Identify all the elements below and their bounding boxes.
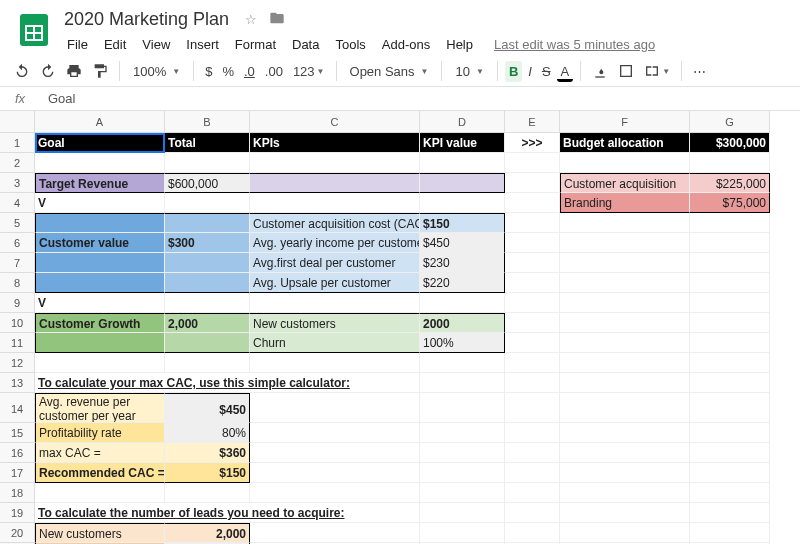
cell[interactable]: Budget allocation: [560, 133, 690, 153]
cell[interactable]: New customers: [250, 313, 420, 333]
currency-button[interactable]: $: [201, 61, 216, 82]
cell[interactable]: [35, 483, 165, 503]
row-header[interactable]: 13: [0, 373, 35, 393]
cell[interactable]: 2,000: [165, 523, 250, 543]
select-all-corner[interactable]: [0, 111, 35, 133]
text-color-button[interactable]: A: [557, 61, 574, 82]
row-header[interactable]: 8: [0, 273, 35, 293]
undo-icon[interactable]: [10, 60, 34, 82]
cell[interactable]: [505, 293, 560, 313]
cell[interactable]: $600,000: [165, 173, 250, 193]
redo-icon[interactable]: [36, 60, 60, 82]
cell[interactable]: [420, 373, 505, 393]
cell[interactable]: Avg.first deal per customer: [250, 253, 420, 273]
cell[interactable]: 2,000: [165, 313, 250, 333]
col-header-c[interactable]: C: [250, 111, 420, 133]
last-edit-link[interactable]: Last edit was 5 minutes ago: [494, 37, 655, 52]
menu-addons[interactable]: Add-ons: [375, 33, 437, 56]
cell[interactable]: [560, 423, 690, 443]
cell[interactable]: [505, 353, 560, 373]
cell[interactable]: Avg. revenue per customer per year: [35, 393, 165, 423]
row-header[interactable]: 18: [0, 483, 35, 503]
more-icon[interactable]: ⋯: [689, 61, 710, 82]
cell[interactable]: [560, 273, 690, 293]
cell[interactable]: $300,000: [690, 133, 770, 153]
decimal-inc-button[interactable]: .00: [261, 61, 287, 82]
row-header[interactable]: 16: [0, 443, 35, 463]
cell[interactable]: Customer Growth: [35, 313, 165, 333]
cell[interactable]: [690, 353, 770, 373]
cell[interactable]: [250, 483, 420, 503]
star-icon[interactable]: ☆: [245, 12, 257, 27]
font-size-select[interactable]: 10▼: [449, 62, 489, 81]
cell[interactable]: [420, 293, 505, 313]
cell[interactable]: KPI value: [420, 133, 505, 153]
cell[interactable]: Customer value: [35, 233, 165, 253]
cell[interactable]: [560, 503, 690, 523]
cell[interactable]: [165, 293, 250, 313]
cell[interactable]: Customer acquisition: [560, 173, 690, 193]
formula-value[interactable]: Goal: [40, 89, 83, 108]
cell[interactable]: $300: [165, 233, 250, 253]
cell[interactable]: $360: [165, 443, 250, 463]
merge-icon[interactable]: ▼: [640, 60, 674, 82]
cell[interactable]: Avg. Upsale per customer: [250, 273, 420, 293]
cell[interactable]: [505, 463, 560, 483]
cell[interactable]: [560, 463, 690, 483]
cell[interactable]: [250, 393, 420, 423]
menu-data[interactable]: Data: [285, 33, 326, 56]
bold-button[interactable]: B: [505, 61, 522, 82]
row-header[interactable]: 14: [0, 393, 35, 423]
cell[interactable]: V: [35, 293, 165, 313]
cell[interactable]: [505, 193, 560, 213]
cell[interactable]: [690, 523, 770, 543]
cell[interactable]: Total: [165, 133, 250, 153]
cell[interactable]: $75,000: [690, 193, 770, 213]
cell[interactable]: [250, 293, 420, 313]
cell[interactable]: Profitability rate: [35, 423, 165, 443]
cell[interactable]: [505, 423, 560, 443]
cell[interactable]: To calculate the number of leads you nee…: [35, 503, 420, 523]
font-select[interactable]: Open Sans▼: [344, 62, 435, 81]
cell[interactable]: [165, 153, 250, 173]
cell[interactable]: [505, 483, 560, 503]
cell[interactable]: [690, 333, 770, 353]
cell[interactable]: 80%: [165, 423, 250, 443]
row-header[interactable]: 6: [0, 233, 35, 253]
cell[interactable]: [35, 213, 165, 233]
cell[interactable]: [505, 273, 560, 293]
menu-help[interactable]: Help: [439, 33, 480, 56]
cell[interactable]: [560, 293, 690, 313]
cell[interactable]: [505, 313, 560, 333]
menu-tools[interactable]: Tools: [328, 33, 372, 56]
cell[interactable]: Customer acquisition cost (CAC): [250, 213, 420, 233]
cell[interactable]: $225,000: [690, 173, 770, 193]
cell[interactable]: $450: [420, 233, 505, 253]
paint-format-icon[interactable]: [88, 60, 112, 82]
cell[interactable]: [250, 423, 420, 443]
row-header[interactable]: 17: [0, 463, 35, 483]
borders-icon[interactable]: [614, 60, 638, 82]
cell[interactable]: [420, 443, 505, 463]
row-header[interactable]: 7: [0, 253, 35, 273]
cell[interactable]: [505, 333, 560, 353]
row-header[interactable]: 12: [0, 353, 35, 373]
cell[interactable]: [505, 393, 560, 423]
cell[interactable]: KPIs: [250, 133, 420, 153]
cell[interactable]: New customers: [35, 523, 165, 543]
row-header[interactable]: 15: [0, 423, 35, 443]
cell[interactable]: [560, 253, 690, 273]
row-header[interactable]: 11: [0, 333, 35, 353]
col-header-b[interactable]: B: [165, 111, 250, 133]
cell[interactable]: [505, 233, 560, 253]
col-header-a[interactable]: A: [35, 111, 165, 133]
cell[interactable]: Branding: [560, 193, 690, 213]
row-header[interactable]: 9: [0, 293, 35, 313]
cell[interactable]: [165, 483, 250, 503]
cell[interactable]: [505, 173, 560, 193]
cell[interactable]: [420, 483, 505, 503]
cell[interactable]: $450: [165, 393, 250, 423]
cell[interactable]: [165, 193, 250, 213]
cell[interactable]: [165, 213, 250, 233]
cell[interactable]: [560, 353, 690, 373]
